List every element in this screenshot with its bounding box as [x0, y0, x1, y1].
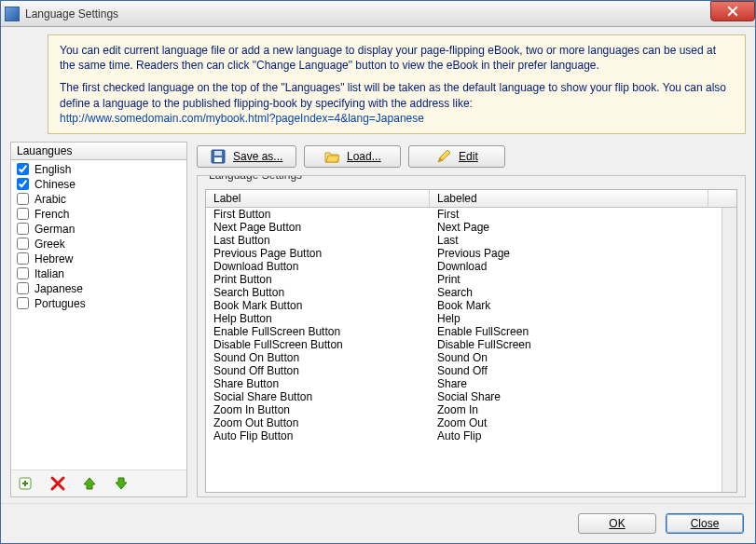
save-as-button[interactable]: Save as...: [197, 145, 296, 168]
close-icon: [727, 6, 738, 17]
cell-labeled: Enable FullScreen: [430, 325, 722, 338]
cell-labeled: Download: [430, 260, 722, 273]
language-item[interactable]: Japanese: [15, 281, 183, 296]
cell-label: Share Button: [206, 377, 430, 390]
folder-open-icon: [324, 149, 339, 164]
language-label: Japanese: [34, 282, 83, 295]
title-bar[interactable]: Language Settings: [1, 1, 755, 27]
table-row[interactable]: Social Share ButtonSocial Share: [206, 390, 722, 403]
cell-label: Previous Page Button: [206, 247, 430, 260]
cell-label: Zoom Out Button: [206, 416, 430, 429]
cell-labeled: Auto Flip: [430, 429, 722, 442]
content-area: You can edit current language file or ad…: [1, 27, 755, 503]
cell-label: Help Button: [206, 312, 430, 325]
language-item[interactable]: Italian: [15, 266, 183, 281]
language-label: Greek: [34, 238, 65, 251]
cell-labeled: Sound On: [430, 351, 722, 364]
cell-labeled: Next Page: [430, 221, 722, 234]
language-item[interactable]: German: [15, 222, 183, 237]
language-checkbox[interactable]: [17, 267, 29, 279]
language-label: Italian: [34, 267, 64, 280]
table-row[interactable]: Zoom In ButtonZoom In: [206, 403, 722, 416]
arrow-up-icon: [81, 475, 98, 492]
vertical-scrollbar[interactable]: [722, 208, 736, 492]
table-row[interactable]: Download ButtonDownload: [206, 260, 722, 273]
add-language-button[interactable]: [17, 474, 35, 493]
table-row[interactable]: Share ButtonShare: [206, 377, 722, 390]
language-item[interactable]: English: [15, 162, 183, 177]
table-row[interactable]: First ButtonFirst: [206, 208, 722, 221]
close-button[interactable]: Close: [666, 513, 744, 534]
language-item[interactable]: Portugues: [15, 296, 183, 311]
language-settings-fieldset: Language Settings Label Labeled First Bu…: [197, 175, 746, 497]
cell-label: First Button: [206, 208, 430, 221]
info-box: You can edit current language file or ad…: [48, 34, 746, 134]
table-row[interactable]: Disable FullScreen ButtonDisable FullScr…: [206, 338, 722, 351]
cell-label: Enable FullScreen Button: [206, 325, 430, 338]
languages-panel: Lauangues EnglishChineseArabicFrenchGerm…: [10, 142, 187, 497]
table-row[interactable]: Next Page ButtonNext Page: [206, 221, 722, 234]
cell-labeled: Zoom In: [430, 403, 722, 416]
table-row[interactable]: Print ButtonPrint: [206, 273, 722, 286]
table-row[interactable]: Previous Page ButtonPrevious Page: [206, 247, 722, 260]
table-row[interactable]: Last ButtonLast: [206, 234, 722, 247]
cell-labeled: Search: [430, 286, 722, 299]
cell-labeled: Disable FullScreen: [430, 338, 722, 351]
language-label: English: [34, 163, 71, 176]
language-item[interactable]: Greek: [15, 237, 183, 252]
table-row[interactable]: Book Mark ButtonBook Mark: [206, 299, 722, 312]
language-item[interactable]: French: [15, 207, 183, 222]
main-row: Lauangues EnglishChineseArabicFrenchGerm…: [10, 142, 746, 497]
language-checkbox[interactable]: [17, 238, 29, 250]
window-close-button[interactable]: [710, 1, 755, 21]
language-checkbox[interactable]: [17, 223, 29, 235]
language-label: Portugues: [34, 297, 86, 310]
language-checkbox[interactable]: [17, 297, 29, 309]
language-checkbox[interactable]: [17, 208, 29, 220]
col-labeled[interactable]: Labeled: [430, 190, 708, 207]
cell-labeled: Book Mark: [430, 299, 722, 312]
info-example-url[interactable]: http://www.somedomain.com/mybook.html?pa…: [60, 112, 424, 125]
language-item[interactable]: Hebrew: [15, 252, 183, 266]
window-title: Language Settings: [25, 7, 118, 20]
cell-label: Zoom In Button: [206, 403, 430, 416]
languages-list[interactable]: EnglishChineseArabicFrenchGermanGreekHeb…: [11, 160, 186, 469]
info-paragraph-2: The first checked language on the top of…: [60, 80, 734, 110]
delete-language-button[interactable]: [48, 474, 67, 493]
language-checkbox[interactable]: [17, 252, 29, 265]
cell-labeled: Last: [430, 234, 722, 247]
language-item[interactable]: Arabic: [15, 192, 183, 207]
labels-table: Label Labeled First ButtonFirstNext Page…: [205, 189, 737, 493]
col-label[interactable]: Label: [206, 190, 430, 207]
app-icon: [5, 7, 20, 21]
table-row[interactable]: Sound On ButtonSound On: [206, 351, 722, 364]
fieldset-legend: Language Settings: [205, 175, 306, 182]
language-checkbox[interactable]: [17, 178, 29, 190]
language-checkbox[interactable]: [17, 282, 29, 294]
load-button[interactable]: Load...: [304, 145, 401, 168]
cell-label: Disable FullScreen Button: [206, 338, 430, 351]
table-row[interactable]: Search ButtonSearch: [206, 286, 722, 299]
edit-button[interactable]: Edit: [408, 145, 505, 168]
table-body[interactable]: First ButtonFirstNext Page ButtonNext Pa…: [206, 208, 722, 492]
languages-toolbar: [11, 469, 186, 496]
cell-label: Sound Off Button: [206, 364, 430, 377]
language-checkbox[interactable]: [17, 163, 29, 175]
move-up-button[interactable]: [80, 474, 99, 493]
move-down-button[interactable]: [112, 474, 131, 493]
delete-icon: [49, 475, 66, 492]
table-row[interactable]: Auto Flip ButtonAuto Flip: [206, 429, 722, 442]
table-row[interactable]: Enable FullScreen ButtonEnable FullScree…: [206, 325, 722, 338]
ok-button[interactable]: OK: [578, 513, 656, 534]
load-label: Load...: [347, 150, 381, 163]
arrow-down-icon: [113, 475, 130, 492]
cell-label: Next Page Button: [206, 221, 430, 234]
table-row[interactable]: Zoom Out ButtonZoom Out: [206, 416, 722, 429]
cell-labeled: Sound Off: [430, 364, 722, 377]
language-checkbox[interactable]: [17, 193, 29, 205]
table-row[interactable]: Help ButtonHelp: [206, 312, 722, 325]
table-row[interactable]: Sound Off ButtonSound Off: [206, 364, 722, 377]
cell-labeled: Social Share: [430, 390, 722, 403]
info-row: You can edit current language file or ad…: [10, 34, 746, 134]
language-item[interactable]: Chinese: [15, 177, 183, 192]
